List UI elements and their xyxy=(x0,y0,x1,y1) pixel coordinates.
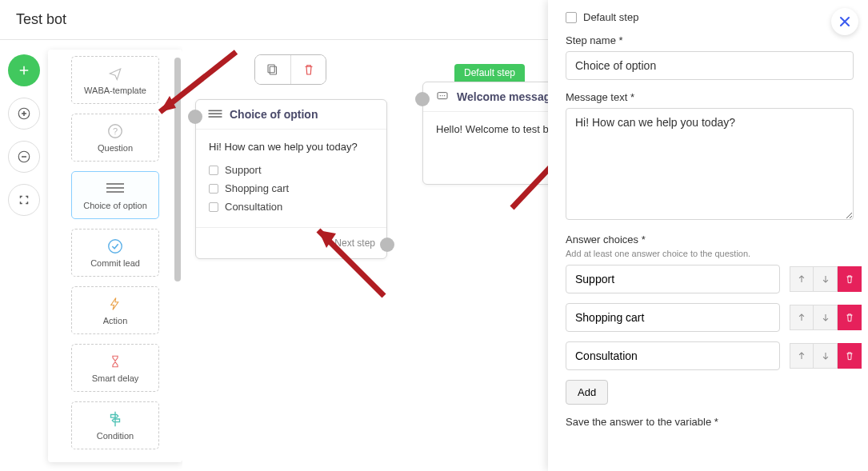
node-palette: WABA-template ? Question Choice of optio… xyxy=(48,50,182,462)
trash-icon xyxy=(844,312,855,323)
palette-item-condition[interactable]: Condition xyxy=(71,401,159,449)
svg-rect-4 xyxy=(106,183,124,185)
add-step-button[interactable] xyxy=(8,54,40,86)
move-down-button[interactable] xyxy=(814,266,838,292)
arrow-down-icon xyxy=(820,350,831,361)
svg-rect-6 xyxy=(106,191,124,193)
arrow-down-icon xyxy=(820,273,831,285)
svg-text:?: ? xyxy=(113,126,118,136)
move-up-button[interactable] xyxy=(790,343,814,369)
node-option: Support xyxy=(209,161,374,179)
paper-plane-icon xyxy=(106,65,125,82)
answer-choice-input[interactable] xyxy=(566,265,780,293)
default-step-badge: Default step xyxy=(454,64,525,82)
plus-outline-icon xyxy=(17,106,31,121)
node-title: Welcome message xyxy=(457,90,557,103)
node-output-port[interactable] xyxy=(380,237,394,252)
answer-choices-label: Answer choices * xyxy=(566,234,854,245)
minus-outline-icon xyxy=(17,150,31,164)
move-up-button[interactable] xyxy=(790,305,814,330)
palette-scrollbar[interactable] xyxy=(174,58,181,281)
trash-icon xyxy=(844,350,855,361)
palette-item-waba-template[interactable]: WABA-template xyxy=(71,56,159,104)
list-icon xyxy=(207,109,223,120)
node-input-port[interactable] xyxy=(415,92,430,106)
delete-choice-button[interactable] xyxy=(838,343,862,369)
message-text-textarea[interactable] xyxy=(566,108,854,220)
zoom-out-button[interactable] xyxy=(8,141,40,173)
palette-item-smart-delay[interactable]: Smart delay xyxy=(71,344,159,392)
default-step-checkbox[interactable] xyxy=(566,12,577,23)
arrow-up-icon xyxy=(796,312,807,323)
fullscreen-icon xyxy=(17,193,31,207)
bot-title: Test bot xyxy=(16,11,66,28)
checkbox-icon xyxy=(209,202,218,212)
move-down-button[interactable] xyxy=(814,343,838,369)
node-option: Shopping cart xyxy=(209,179,374,198)
chat-icon xyxy=(434,90,450,103)
zoom-in-button[interactable] xyxy=(8,98,40,130)
svg-point-15 xyxy=(442,95,442,96)
answer-choices-hint: Add at least one answer choice to the qu… xyxy=(566,249,854,258)
svg-rect-5 xyxy=(106,187,124,189)
choice-node[interactable]: Choice of option Hi! How can we help you… xyxy=(195,99,387,259)
close-panel-button[interactable] xyxy=(831,8,858,35)
svg-rect-9 xyxy=(268,65,274,73)
delete-choice-button[interactable] xyxy=(838,305,862,330)
copy-icon xyxy=(266,62,280,77)
trash-icon xyxy=(844,273,855,285)
step-name-input[interactable] xyxy=(566,51,854,80)
svg-rect-11 xyxy=(209,113,222,114)
message-text-label: Message text * xyxy=(566,91,854,103)
svg-point-16 xyxy=(444,95,445,96)
svg-rect-12 xyxy=(209,116,222,118)
trash-icon xyxy=(302,62,316,77)
palette-item-action[interactable]: Action xyxy=(71,286,159,334)
fit-screen-button[interactable] xyxy=(8,184,40,216)
checkbox-icon xyxy=(209,184,218,194)
check-circle-icon xyxy=(106,237,124,255)
answer-choice-input[interactable] xyxy=(566,341,780,370)
save-variable-label: Save the answer to the variable * xyxy=(566,416,854,428)
answer-choice-row xyxy=(566,341,854,370)
question-icon: ? xyxy=(106,122,124,140)
answer-choice-row xyxy=(566,303,854,332)
arrow-down-icon xyxy=(820,312,831,323)
palette-item-question[interactable]: ? Question xyxy=(71,114,159,162)
close-icon xyxy=(837,14,853,30)
left-actions xyxy=(0,40,48,471)
bolt-icon xyxy=(108,295,122,313)
palette-item-commit-lead[interactable]: Commit lead xyxy=(71,229,159,277)
svg-rect-10 xyxy=(209,110,222,112)
step-settings-panel: Default step Step name * Message text * … xyxy=(548,0,868,471)
answer-choice-input[interactable] xyxy=(566,303,780,332)
arrow-up-icon xyxy=(796,273,807,285)
checkbox-icon xyxy=(209,166,218,175)
arrow-up-icon xyxy=(796,350,807,361)
node-option: Consultation xyxy=(209,198,374,216)
list-icon xyxy=(105,180,126,198)
duplicate-button[interactable] xyxy=(255,55,290,84)
signpost-icon xyxy=(106,410,124,428)
delete-choice-button[interactable] xyxy=(838,266,862,292)
node-toolbar xyxy=(254,54,326,85)
node-title: Choice of option xyxy=(230,108,318,121)
move-up-button[interactable] xyxy=(790,266,814,292)
node-next-step: Next step xyxy=(334,237,375,249)
svg-rect-8 xyxy=(270,66,276,74)
svg-point-14 xyxy=(440,95,441,96)
node-input-port[interactable] xyxy=(188,110,202,124)
svg-point-7 xyxy=(109,240,122,253)
step-name-label: Step name * xyxy=(566,34,854,46)
answer-choice-row xyxy=(566,265,854,293)
default-step-label: Default step xyxy=(583,11,638,23)
palette-item-choice-of-option[interactable]: Choice of option xyxy=(71,171,159,219)
hourglass-icon xyxy=(108,353,122,370)
plus-icon xyxy=(17,63,31,78)
move-down-button[interactable] xyxy=(814,305,838,330)
add-choice-button[interactable]: Add xyxy=(566,380,608,405)
delete-button[interactable] xyxy=(290,55,326,84)
node-message: Hi! How can we help you today? xyxy=(209,141,374,153)
